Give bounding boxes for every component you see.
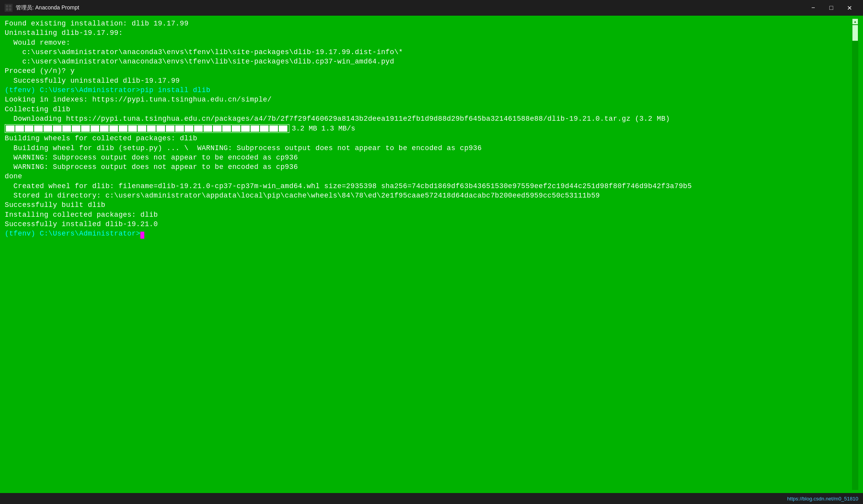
terminal-line-l19: Created wheel for dlib: filename=dlib-19…: [5, 181, 852, 191]
svg-rect-1: [6, 5, 8, 7]
window-controls: − □ ✕: [804, 0, 858, 16]
terminal-line-l2: Uninstalling dlib-19.17.99:: [5, 28, 852, 38]
terminal-line-l21: Successfully built dlib: [5, 200, 852, 210]
scrollbar[interactable]: ▲: [852, 19, 858, 490]
terminal-line-l17: WARNING: Subprocess output does not appe…: [5, 162, 852, 172]
terminal-line-l4: c:\users\administrator\anaconda3\envs\tf…: [5, 47, 852, 57]
terminal-line-l14: Building wheels for collected packages: …: [5, 134, 852, 143]
terminal-line-l3: Would remove:: [5, 38, 852, 47]
terminal-line-l7: Successfully uninstalled dlib-19.17.99: [5, 76, 852, 85]
terminal-line-l23: Successfully installed dlib-19.21.0: [5, 219, 852, 229]
terminal-line-l20: Stored in directory: c:\users\administra…: [5, 191, 852, 200]
title-bar: 管理员: Anaconda Prompt − □ ✕: [0, 0, 863, 16]
terminal-line-l10: Looking in indexes: https://pypi.tuna.ts…: [5, 95, 852, 104]
progress-bar-line: 3.2 MB 1.3 MB/s: [5, 124, 852, 133]
terminal-line-l12: Downloading https://pypi.tuna.tsinghua.e…: [5, 114, 852, 123]
terminal-line-l5: c:\users\administrator\anaconda3\envs\tf…: [5, 57, 852, 66]
terminal-cursor: [140, 232, 144, 239]
minimize-button[interactable]: −: [804, 0, 822, 16]
terminal-line-l16: WARNING: Subprocess output does not appe…: [5, 153, 852, 162]
svg-rect-2: [9, 5, 11, 7]
maximize-button[interactable]: □: [822, 0, 840, 16]
svg-rect-4: [9, 8, 11, 11]
terminal-line-l9: (tfenv) C:\Users\Administrator>pip insta…: [5, 85, 852, 95]
svg-rect-3: [6, 8, 8, 11]
status-bar: https://blog.csdn.net/m0_51810: [0, 493, 863, 504]
terminal-line-l1: Found existing installation: dlib 19.17.…: [5, 19, 852, 28]
terminal-line-l6: Proceed (y/n)? y: [5, 66, 852, 76]
terminal-line-l15: Building wheel for dlib (setup.py) ... \…: [5, 143, 852, 153]
scroll-thumb[interactable]: [852, 25, 858, 41]
close-button[interactable]: ✕: [840, 0, 858, 16]
terminal-area: Found existing installation: dlib 19.17.…: [0, 16, 863, 493]
terminal-line-l18: done: [5, 172, 852, 181]
anaconda-prompt-window: 管理员: Anaconda Prompt − □ ✕ Found existin…: [0, 0, 863, 504]
terminal-line-l25: (tfenv) C:\Users\Administrator>: [5, 229, 852, 238]
scroll-up-arrow[interactable]: ▲: [852, 19, 858, 24]
status-url: https://blog.csdn.net/m0_51810: [787, 496, 858, 502]
terminal-line-l11: Collecting dlib: [5, 105, 852, 114]
progress-speed: 3.2 MB 1.3 MB/s: [292, 125, 355, 132]
progress-bar: [5, 124, 289, 133]
window-title: 管理员: Anaconda Prompt: [16, 4, 804, 11]
terminal-line-l22: Installing collected packages: dlib: [5, 210, 852, 219]
terminal-content: Found existing installation: dlib 19.17.…: [5, 19, 852, 490]
app-icon: [5, 4, 13, 12]
